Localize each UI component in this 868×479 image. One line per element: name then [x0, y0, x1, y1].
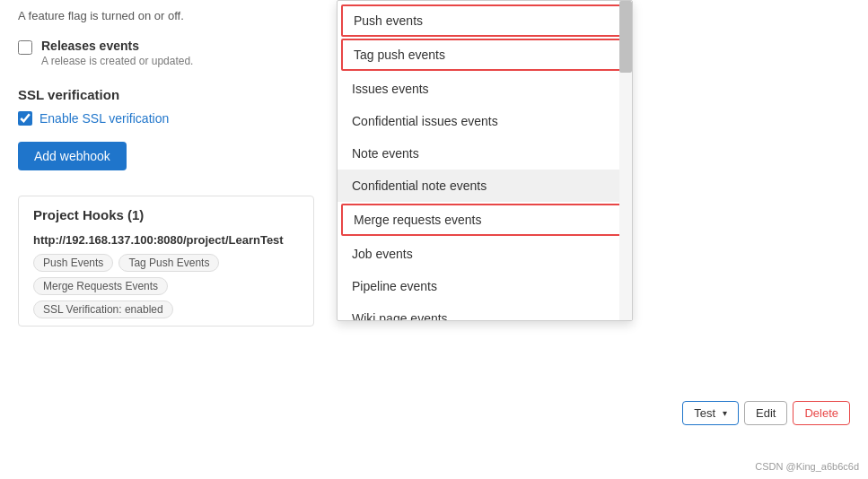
page-container: A feature flag is turned on or off. Rele… [0, 0, 868, 479]
releases-checkbox[interactable] [18, 40, 32, 55]
dropdown-item-note-events[interactable]: Note events [338, 137, 632, 170]
releases-info: Releases events A release is created or … [41, 39, 193, 67]
project-hooks-section: Project Hooks (1) http://192.168.137.100… [18, 196, 314, 327]
dropdown-item-issues-events[interactable]: Issues events [338, 73, 632, 105]
ssl-checkbox-row: Enable SSL verification [18, 111, 314, 126]
dropdown-overlay: Push events Tag push events Issues event… [337, 0, 633, 321]
wiki-page-events-label: Wiki page events [352, 311, 448, 320]
watermark: CSDN @King_a6b6c6d [755, 461, 859, 472]
dropdown-list: Push events Tag push events Issues event… [338, 1, 632, 320]
ssl-title: SSL verification [18, 87, 314, 102]
hook-tag-merge-requests: Merge Requests Events [33, 277, 168, 295]
issues-events-label: Issues events [352, 82, 429, 96]
dropdown-item-push-events[interactable]: Push events [341, 4, 628, 37]
ssl-checkbox[interactable] [18, 111, 32, 126]
feature-flag-text: A feature flag is turned on or off. [18, 9, 314, 22]
ssl-enable-label: Enable SSL verification [39, 111, 169, 126]
dropdown-item-merge-requests-events[interactable]: Merge requests events [341, 204, 628, 236]
project-hooks-title: Project Hooks (1) [33, 207, 299, 222]
scrollbar-track[interactable] [619, 1, 632, 320]
hook-ssl-tag: SSL Verification: enabled [33, 300, 173, 318]
test-label: Test [694, 406, 715, 420]
note-events-label: Note events [352, 146, 419, 161]
scrollbar-thumb[interactable] [619, 1, 632, 73]
releases-section: Releases events A release is created or … [18, 39, 314, 67]
hook-tag-tag-push-events: Tag Push Events [118, 254, 219, 272]
hook-actions: Test ▾ Edit Delete [682, 401, 850, 425]
hook-tags: Push Events Tag Push Events Merge Reques… [33, 254, 299, 295]
dropdown-item-pipeline-events[interactable]: Pipeline events [338, 270, 632, 302]
edit-button[interactable]: Edit [744, 401, 787, 425]
dropdown-item-wiki-page-events[interactable]: Wiki page events [338, 302, 632, 320]
delete-button[interactable]: Delete [793, 401, 850, 425]
merge-requests-events-label: Merge requests events [354, 213, 481, 227]
hook-tag-push-events: Push Events [33, 254, 113, 272]
hook-url: http://192.168.137.100:8080/project/Lear… [33, 233, 299, 247]
confidential-issues-label: Confidential issues events [352, 114, 498, 128]
dropdown-item-confidential-note-events[interactable]: Confidential note events [338, 170, 632, 202]
add-webhook-button[interactable]: Add webhook [18, 142, 127, 170]
dropdown-item-tag-push-events[interactable]: Tag push events [341, 39, 628, 71]
dropdown-item-job-events[interactable]: Job events [338, 238, 632, 270]
releases-description: A release is created or updated. [41, 55, 193, 67]
tag-push-events-label: Tag push events [354, 48, 445, 62]
left-panel: A feature flag is turned on or off. Rele… [0, 0, 332, 479]
releases-label: Releases events [41, 39, 193, 53]
ssl-section: SSL verification Enable SSL verification [18, 87, 314, 126]
job-events-label: Job events [352, 247, 413, 261]
pipeline-events-label: Pipeline events [352, 279, 437, 293]
test-button[interactable]: Test ▾ [682, 401, 739, 425]
dropdown-item-confidential-issues[interactable]: Confidential issues events [338, 105, 632, 137]
confidential-note-events-label: Confidential note events [352, 179, 487, 193]
push-events-label: Push events [354, 13, 423, 28]
chevron-down-icon: ▾ [723, 408, 727, 418]
